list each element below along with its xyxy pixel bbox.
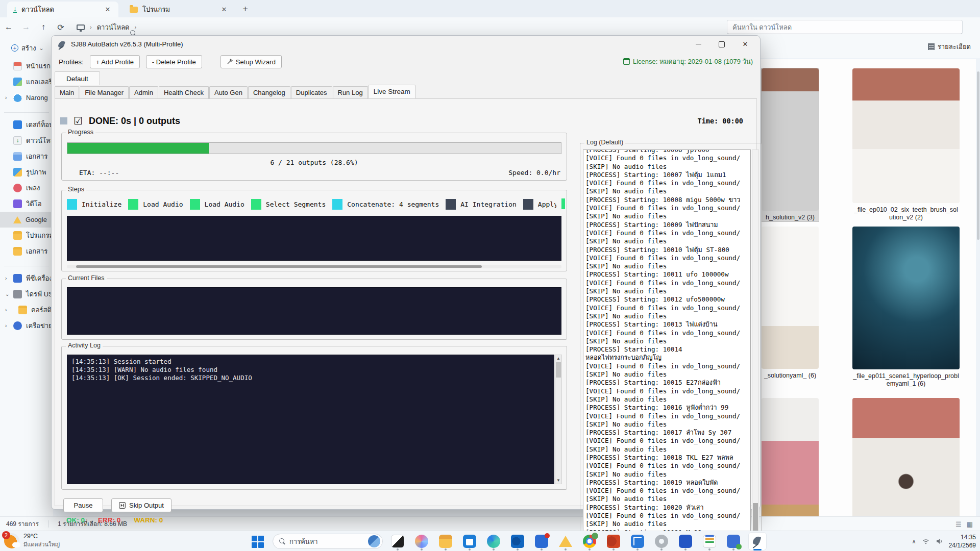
video-thumbnail[interactable] bbox=[852, 227, 960, 369]
sidebar-item-คอร์สติ[interactable]: ›คอร์สติ bbox=[0, 302, 53, 318]
live-stream-page: ☑ DONE: 0s | 0 outputs Time: 00:00 Progr… bbox=[55, 99, 757, 506]
sidebar-item-Narong[interactable]: ›Narong bbox=[0, 90, 53, 106]
tab-live-stream[interactable]: Live Stream bbox=[369, 85, 415, 98]
setup-wizard-button[interactable]: Setup Wizard bbox=[220, 55, 282, 68]
explorer-tab-downloads[interactable]: ↓ ดาวน์โหลด ✕ bbox=[7, 2, 118, 17]
tab-duplicates[interactable]: Duplicates bbox=[291, 86, 332, 98]
taskbar-explorer-icon[interactable] bbox=[437, 533, 454, 550]
log-view[interactable]: [PROCESS] Starting: 10006 jp7000[VOICE] … bbox=[583, 149, 751, 551]
scroll-up-icon[interactable]: ▲ bbox=[555, 355, 561, 362]
video-thumbnail[interactable] bbox=[762, 227, 819, 369]
taskbar-photos-icon[interactable] bbox=[389, 533, 406, 550]
new-item-button[interactable]: + สร้าง ⌄ bbox=[7, 41, 48, 55]
sidebar-item-เอกสาร[interactable]: เอกสาร bbox=[0, 243, 53, 259]
expander-icon[interactable]: › bbox=[5, 323, 10, 329]
maximize-button[interactable] bbox=[710, 36, 733, 53]
activity-scrollbar[interactable]: ▲ ▼ bbox=[555, 355, 562, 484]
tab-health-check[interactable]: Health Check bbox=[159, 86, 209, 98]
sidebar-item-แกลเลอรี[interactable]: แกลเลอรี bbox=[0, 74, 53, 90]
minimize-button[interactable] bbox=[687, 36, 710, 53]
taskbar-search[interactable]: การค้นหา bbox=[273, 534, 383, 549]
tab-auto-gen[interactable]: Auto Gen bbox=[209, 86, 248, 98]
close-icon[interactable]: ✕ bbox=[219, 5, 229, 14]
log-scrollbar[interactable] bbox=[752, 149, 759, 551]
taskbar-powerpoint-icon[interactable] bbox=[605, 533, 622, 550]
sidebar-item-โปรแกรม[interactable]: โปรแกรม bbox=[0, 228, 53, 243]
up-icon[interactable]: ↑ bbox=[35, 22, 52, 32]
close-icon[interactable]: ✕ bbox=[103, 5, 112, 14]
taskbar-m365-icon[interactable] bbox=[677, 533, 694, 550]
video-thumbnail[interactable] bbox=[852, 68, 960, 203]
grid-view-icon[interactable]: ▦ bbox=[967, 520, 973, 528]
tray-chevron-icon[interactable]: ∧ bbox=[912, 538, 916, 545]
expander-icon[interactable]: ⌄ bbox=[5, 291, 10, 297]
file-item[interactable]: _file_ep010_02_six_teeth_brush_solution_… bbox=[852, 68, 960, 221]
breadcrumb[interactable]: › ดาวน์โหลด › bbox=[77, 22, 136, 33]
sidebar-item-วิดีโอ[interactable]: วิดีโอ bbox=[0, 196, 53, 212]
taskbar-settings-icon[interactable] bbox=[653, 533, 670, 550]
sidebar-item-รูปภาพ[interactable]: รูปภาพ bbox=[0, 164, 53, 180]
start-button[interactable] bbox=[251, 535, 264, 548]
sidebar-item-หน้าแรก[interactable]: หน้าแรก bbox=[0, 58, 53, 74]
taskbar-outlook-icon[interactable] bbox=[509, 533, 526, 550]
taskbar-feedback-icon[interactable] bbox=[629, 533, 646, 550]
tab-admin[interactable]: Admin bbox=[129, 86, 158, 98]
sidebar-item-พีซีเครื่อง[interactable]: ›พีซีเครื่อง bbox=[0, 270, 53, 286]
forward-icon[interactable]: → bbox=[17, 22, 35, 32]
video-thumbnail[interactable] bbox=[762, 68, 819, 211]
taskbar-remote-pc-icon[interactable] bbox=[725, 533, 742, 550]
expander-icon[interactable]: › bbox=[5, 276, 10, 281]
sidebar-item-ดาวน์โหลด[interactable]: ↓ดาวน์โหลด bbox=[0, 133, 53, 148]
skip-output-button[interactable]: Skip Output bbox=[111, 498, 172, 512]
tab-file-manager[interactable]: File Manager bbox=[80, 86, 129, 98]
pause-button[interactable]: Pause bbox=[63, 498, 103, 512]
taskbar-docs-icon[interactable] bbox=[533, 533, 550, 550]
explorer-search-input[interactable]: ค้นหาใน ดาวน์โหลด bbox=[727, 20, 963, 34]
tab-changelog[interactable]: Changelog bbox=[248, 86, 290, 98]
file-item[interactable]: _solutionyaml_ (6) bbox=[762, 227, 819, 380]
explorer-scrollbar[interactable] bbox=[977, 71, 979, 240]
profile-tab-default[interactable]: Default bbox=[55, 71, 100, 85]
activity-log-view[interactable]: [14:35:13] Session started[14:35:13] [WA… bbox=[67, 355, 554, 484]
new-tab-button[interactable]: ＋ bbox=[241, 3, 250, 14]
taskbar-notes-icon[interactable] bbox=[701, 533, 718, 550]
file-name: h_solution_v2 (3) bbox=[766, 214, 815, 221]
sidebar-item-เครือข่าย[interactable]: ›เครือข่าย bbox=[0, 318, 53, 334]
details-pane-button[interactable]: รายละเอียด bbox=[928, 41, 971, 52]
weather-widget[interactable]: 2 29°C มีแดดส่วนใหญ่ bbox=[4, 533, 60, 549]
expander-icon[interactable]: › bbox=[5, 307, 10, 313]
expander-icon[interactable]: › bbox=[5, 95, 10, 101]
sidebar-item-เพลง[interactable]: เพลง bbox=[0, 180, 53, 196]
taskbar-clock[interactable]: 14:35 24/1/2569 bbox=[949, 533, 976, 549]
refresh-icon[interactable]: ⟳ bbox=[52, 22, 69, 32]
steps-hscrollbar[interactable] bbox=[67, 265, 561, 268]
taskbar-store-icon[interactable] bbox=[461, 533, 478, 550]
title-bar[interactable]: SJ88 AutoBatch v26.5.3 (Multi-Profile) ✕ bbox=[52, 36, 760, 53]
sidebar-item-เดสก์ท็อป[interactable]: เดสก์ท็อป bbox=[0, 117, 53, 133]
back-icon[interactable]: ← bbox=[0, 22, 17, 32]
tab-main[interactable]: Main bbox=[55, 86, 79, 98]
log-line: [PROCESS] Starting: 10009 ไฟปักสนาม bbox=[585, 221, 748, 229]
wifi-icon[interactable] bbox=[922, 538, 929, 545]
taskbar-chrome-icon[interactable] bbox=[581, 533, 598, 550]
volume-icon[interactable] bbox=[936, 538, 943, 545]
taskbar-drive-icon[interactable] bbox=[557, 533, 574, 550]
file-item[interactable]: h_solution_v2 (3) bbox=[762, 68, 819, 221]
details-icon bbox=[928, 43, 935, 50]
explorer-tab-programs[interactable]: โปรแกรม ✕ bbox=[124, 2, 235, 17]
scroll-down-icon[interactable]: ▼ bbox=[555, 477, 561, 484]
close-button[interactable]: ✕ bbox=[733, 36, 757, 53]
list-view-icon[interactable]: ☰ bbox=[955, 520, 962, 528]
delete-profile-button[interactable]: - Delete Profile bbox=[146, 55, 202, 68]
sidebar-item-เอกสาร[interactable]: เอกสาร bbox=[0, 148, 53, 164]
taskbar-edge-icon[interactable] bbox=[485, 533, 502, 550]
sidebar-item-ไดรฟ์ US[interactable]: ⌄ไดรฟ์ US bbox=[0, 286, 53, 302]
add-profile-button[interactable]: + Add Profile bbox=[90, 55, 140, 68]
taskbar-quill-icon[interactable] bbox=[749, 533, 766, 550]
file-item[interactable]: _file_ep011_scene1_hyperloop_problemyaml… bbox=[852, 227, 960, 388]
taskbar-copilot-icon[interactable] bbox=[413, 533, 430, 550]
sidebar-item-Google[interactable]: Google bbox=[0, 212, 53, 228]
video-thumbnail[interactable] bbox=[852, 398, 960, 533]
breadcrumb-folder[interactable]: ดาวน์โหลด bbox=[97, 22, 130, 33]
tab-run-log[interactable]: Run Log bbox=[333, 86, 368, 98]
